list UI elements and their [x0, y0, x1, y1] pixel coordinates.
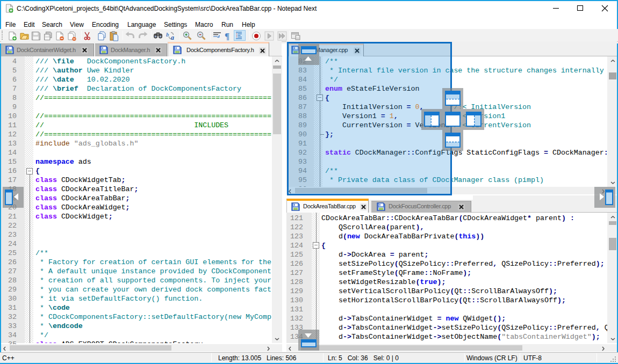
svg-text:¶: ¶	[225, 31, 229, 41]
